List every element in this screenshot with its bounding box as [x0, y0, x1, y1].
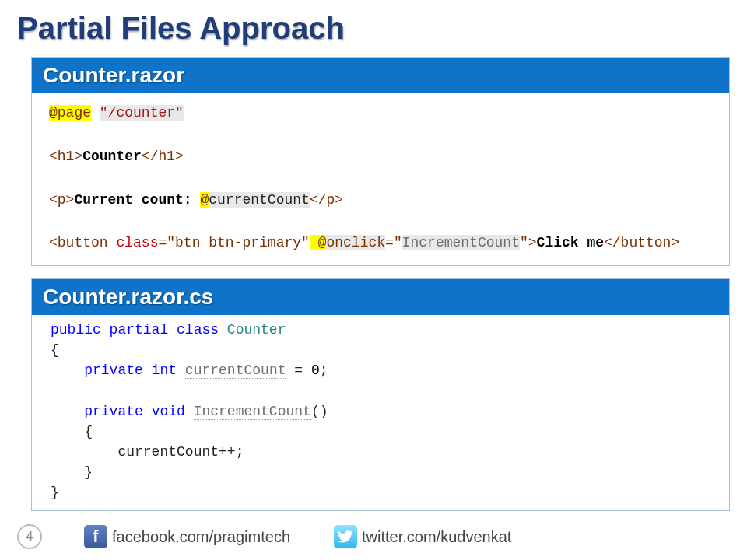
razor-variable: currentCount: [209, 192, 310, 208]
onclick-eq-quote: =": [385, 235, 402, 250]
h1-close-tag: </h1>: [142, 149, 184, 164]
code-card-cs: Counter.razor.cs public partial class Co…: [31, 278, 730, 511]
eq: =: [286, 362, 310, 378]
kw-void: void: [143, 404, 185, 419]
kw-private-1: private: [51, 362, 143, 378]
code-block-razor: @page "/counter" <h1>Counter</h1> <p>Cur…: [32, 93, 729, 265]
code-block-cs: public partial class Counter { private i…: [32, 315, 729, 510]
button-open-end: >: [528, 235, 537, 250]
method-brace-close: }: [51, 464, 93, 480]
h1-text: Counter: [82, 149, 142, 164]
razor-page-directive: @page: [49, 105, 91, 121]
onclick-attr-name: onclick: [326, 235, 385, 250]
button-text: Click me: [537, 235, 604, 250]
footer: 4 f facebook.com/pragimtech twitter.com/…: [0, 524, 747, 549]
twitter-link[interactable]: twitter.com/kudvenkat: [334, 525, 511, 548]
razor-at-symbol: @: [200, 192, 209, 208]
type-counter: Counter: [219, 322, 286, 338]
onclick-at-symbol: @: [310, 235, 327, 250]
p-text: Current count:: [74, 192, 200, 208]
space2: [185, 404, 194, 419]
card-header-cs: Counter.razor.cs: [32, 279, 729, 315]
class-attr-value: ="btn btn-primary": [158, 235, 309, 250]
card-header-razor: Counter.razor: [32, 58, 729, 93]
semicolon: ;: [320, 362, 328, 378]
twitter-text: twitter.com/kudvenkat: [362, 528, 511, 546]
kw-class: class: [168, 322, 219, 338]
code-card-razor: Counter.razor @page "/counter" <h1>Count…: [31, 57, 730, 266]
space: [177, 362, 185, 378]
page-number-badge: 4: [17, 524, 42, 549]
facebook-text: facebook.com/pragimtech: [112, 528, 290, 546]
twitter-icon: [334, 525, 357, 548]
increment-statement: currentCount++;: [51, 444, 244, 460]
class-attr-name: class: [108, 235, 159, 250]
onclick-handler: IncrementCount: [402, 235, 520, 250]
kw-public: public: [51, 322, 101, 338]
method-incrementCount: IncrementCount: [194, 404, 311, 420]
p-open-tag: <p>: [49, 192, 74, 208]
parens: (): [311, 404, 328, 419]
page-title: Partial Files Approach: [0, 0, 747, 52]
facebook-link[interactable]: f facebook.com/pragimtech: [84, 525, 290, 548]
method-brace-open: {: [51, 424, 93, 439]
onclick-close-quote: ": [520, 235, 528, 250]
field-currentCount: currentCount: [185, 362, 286, 379]
kw-private-2: private: [51, 404, 143, 419]
class-brace-close: }: [51, 485, 59, 500]
literal-zero: 0: [311, 362, 320, 378]
kw-int: int: [143, 362, 177, 378]
kw-partial: partial: [101, 322, 168, 338]
h1-open-tag: <h1>: [49, 149, 82, 164]
brace-open: {: [51, 342, 59, 358]
button-close-tag: </button>: [604, 235, 679, 250]
button-open-tag: <button: [49, 235, 108, 250]
facebook-icon: f: [84, 525, 107, 548]
razor-route-string: "/counter": [100, 105, 184, 121]
p-close-tag: </p>: [310, 192, 343, 208]
